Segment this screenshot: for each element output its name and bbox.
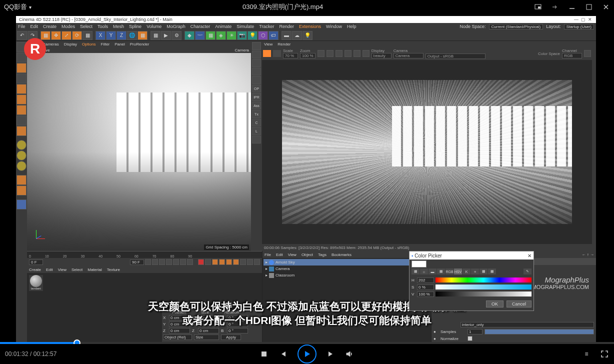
tool-scale[interactable]: ⤢ xyxy=(62,31,72,40)
tool-render-settings[interactable]: ▦ xyxy=(150,31,160,40)
tool-light[interactable]: 💡 xyxy=(248,31,258,40)
vp-tab-options[interactable]: Options xyxy=(82,42,96,46)
cp-tab-0[interactable]: ▦ xyxy=(412,268,420,274)
rv-btn-6[interactable] xyxy=(362,50,370,57)
stop-button[interactable] xyxy=(260,350,268,358)
rv-snapshot[interactable] xyxy=(584,50,591,57)
play-button[interactable] xyxy=(298,344,316,364)
ipr-btn-tx[interactable]: Tx xyxy=(252,110,261,118)
tool-spline[interactable]: 〰 xyxy=(195,31,205,40)
zoom-field[interactable]: 100 % xyxy=(300,53,316,58)
tool-select[interactable]: ▦ xyxy=(40,31,50,40)
tool-recent[interactable]: ▦ xyxy=(82,31,92,40)
maximize-icon[interactable] xyxy=(585,3,593,11)
menu-extensions[interactable]: Extensions xyxy=(299,24,321,29)
lt-edge[interactable] xyxy=(16,94,26,104)
cp-ok-button[interactable]: OK xyxy=(486,300,504,308)
tool-deformer[interactable]: ◈ xyxy=(216,31,226,40)
volume-button[interactable] xyxy=(346,350,354,358)
menu-modes[interactable]: Modes xyxy=(62,24,75,29)
cp-s-field[interactable]: 0 % xyxy=(417,284,434,290)
ipr-btn-l[interactable]: L xyxy=(252,127,261,135)
tl-autokey[interactable] xyxy=(205,259,211,265)
lt-ngon[interactable] xyxy=(16,126,26,136)
lt-poly[interactable] xyxy=(16,105,26,115)
tree-arnold-sky[interactable]: ▸Arnold Sky xyxy=(264,259,430,266)
camera-dropdown[interactable]: Camera xyxy=(394,53,424,58)
mat-create[interactable]: Create xyxy=(29,268,41,272)
cp-tab-hsv[interactable]: HSV xyxy=(454,268,462,274)
rv-menu-render[interactable]: Render xyxy=(278,42,290,46)
tool-rotate[interactable]: ⟳ xyxy=(72,31,82,40)
ipr-btn-ipr[interactable]: IPR xyxy=(252,93,261,101)
menu-tools[interactable]: Tools xyxy=(98,24,108,29)
vp-tab-filter[interactable]: Filter xyxy=(100,42,110,46)
vp-tab-display[interactable]: Display xyxy=(64,42,77,46)
tl-first[interactable] xyxy=(145,259,151,265)
rv-btn-2[interactable] xyxy=(326,50,334,57)
ipr-pause-button[interactable] xyxy=(273,50,281,57)
layout-dropdown[interactable]: Startup (User) xyxy=(564,24,594,30)
tree-camera[interactable]: ▸Camera xyxy=(264,266,430,272)
cp-color-swatch[interactable] xyxy=(412,260,426,268)
tool-environment[interactable]: ☀ xyxy=(226,31,236,40)
menu-mesh[interactable]: Mesh xyxy=(113,24,124,29)
cp-cancel-button[interactable]: Cancel xyxy=(506,300,532,308)
cp-tab-7[interactable]: ≡ xyxy=(471,268,479,274)
tl-play[interactable] xyxy=(166,259,172,265)
tool-y-lock[interactable]: Y xyxy=(106,31,116,40)
size-z[interactable]: 0 cm xyxy=(198,328,219,334)
rv-menu-view[interactable]: View xyxy=(264,42,272,46)
tool-primitive[interactable]: ◆ xyxy=(184,31,194,40)
tool-undo[interactable]: ↶ xyxy=(17,31,27,40)
om-tags[interactable]: Tags xyxy=(318,252,326,257)
timeline-ruler[interactable]: 0 10 20 30 40 50 60 70 80 90 xyxy=(27,251,262,258)
render-view[interactable] xyxy=(262,60,592,244)
c4d-close-icon[interactable]: ✕ xyxy=(588,17,593,22)
ontop-icon[interactable] xyxy=(551,3,559,11)
lt-snap2[interactable] xyxy=(16,150,26,160)
tl-end-field[interactable]: 90 F xyxy=(130,260,144,265)
menu-simulate[interactable]: Simulate xyxy=(236,24,254,29)
menu-file[interactable]: File xyxy=(18,24,26,29)
cp-tab-rgb[interactable]: RGB xyxy=(446,268,454,274)
fullscreen-icon[interactable] xyxy=(600,350,609,358)
c4d-min-icon[interactable]: — xyxy=(574,17,579,22)
tool-sky[interactable]: ☁ xyxy=(292,31,302,40)
menu-tracker[interactable]: Tracker xyxy=(259,24,274,29)
tool-render-view[interactable]: ▶ xyxy=(161,31,171,40)
c4d-max-icon[interactable]: ▢ xyxy=(581,17,586,22)
rv-btn-4[interactable] xyxy=(344,50,352,57)
lt-snap1[interactable] xyxy=(16,140,26,150)
settings-icon[interactable]: ≡ xyxy=(582,350,591,358)
lt-object[interactable] xyxy=(16,63,26,73)
tl-key-r[interactable] xyxy=(226,259,232,265)
rot-b[interactable]: 0 ° xyxy=(227,328,248,334)
menu-select[interactable]: Select xyxy=(80,24,92,29)
cp-tab-2[interactable]: ▬ xyxy=(428,268,436,274)
ipr-btn-1[interactable] xyxy=(252,50,261,58)
mat-material[interactable]: Material xyxy=(88,268,102,272)
tl-key-s[interactable] xyxy=(219,259,225,265)
om-file[interactable]: File xyxy=(264,252,271,257)
tl-key-o2[interactable] xyxy=(254,259,260,265)
tl-start-field[interactable]: 0 F xyxy=(29,260,43,265)
coord-size-mode[interactable]: Size xyxy=(194,334,219,340)
mat-edit[interactable]: Edit xyxy=(46,268,53,272)
cp-s-slider[interactable] xyxy=(436,284,532,290)
tool-floor[interactable]: ▬ xyxy=(282,31,292,40)
menu-render[interactable]: Render xyxy=(279,24,294,29)
tool-field[interactable]: ⬡ xyxy=(258,31,268,40)
cp-h-field[interactable]: 202 xyxy=(417,278,434,283)
menu-edit[interactable]: Edit xyxy=(30,24,38,29)
tree-classroom[interactable]: ▸Classroom xyxy=(264,272,430,278)
tl-last[interactable] xyxy=(187,259,193,265)
app-name[interactable]: QQ影音▾ xyxy=(4,2,32,12)
pip-icon[interactable] xyxy=(534,3,542,11)
menu-animate[interactable]: Animate xyxy=(215,24,232,29)
menu-create[interactable]: Create xyxy=(43,24,56,29)
ipr-btn-3[interactable] xyxy=(252,68,261,76)
pos-z[interactable]: 0 cm xyxy=(169,328,190,334)
tl-key-p[interactable] xyxy=(212,259,218,265)
lt-snap3[interactable] xyxy=(16,161,26,171)
